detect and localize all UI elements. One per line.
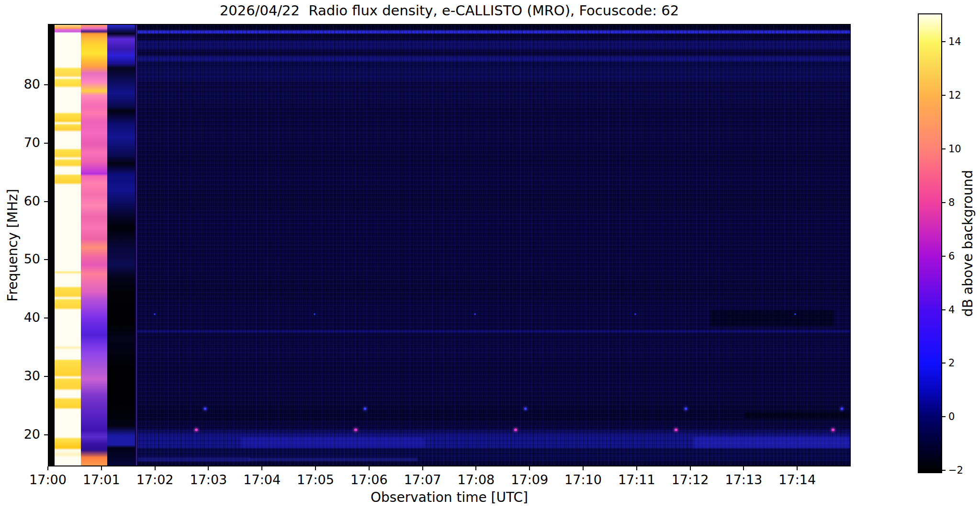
y-tick-label: 50 <box>24 252 40 267</box>
y-axis-ticks: 80706050403020 <box>0 24 48 466</box>
x-tick-label: 17:00 <box>29 472 67 487</box>
x-tick-label: 17:01 <box>83 472 120 487</box>
colorbar-tick-label: 4 <box>948 304 955 316</box>
x-tick-mark <box>583 466 584 470</box>
colorbar-tick-label: 6 <box>948 250 955 262</box>
colorbar-tick-label: 10 <box>948 143 961 155</box>
colorbar-tick-mark <box>942 41 946 42</box>
x-tick-mark <box>369 466 370 470</box>
periodic-speck-faint <box>794 313 796 315</box>
y-tick-mark <box>44 143 48 144</box>
x-tick-mark <box>797 466 798 470</box>
colorbar-tick-label: 2 <box>948 357 955 369</box>
colorbar-tick-mark <box>942 309 946 310</box>
y-tick-label: 20 <box>24 427 40 442</box>
x-tick-mark <box>636 466 637 470</box>
colorbar-tick-label: 0 <box>948 411 955 422</box>
periodic-speck-blue <box>204 408 206 410</box>
x-tick-label: 17:02 <box>136 472 174 487</box>
y-tick-label: 80 <box>24 77 40 91</box>
y-tick-label: 60 <box>24 193 40 208</box>
x-tick-label: 17:12 <box>672 472 709 487</box>
x-tick-mark <box>743 466 744 470</box>
speckle-row-bottom <box>249 458 417 461</box>
colorbar-tick-mark <box>942 202 946 203</box>
colorbar <box>918 13 942 473</box>
x-tick-label: 17:14 <box>778 472 816 487</box>
bright-noise-band-bottom-left <box>138 457 250 462</box>
periodic-speck-magenta <box>832 429 834 431</box>
periodic-speck-blue <box>685 408 687 410</box>
periodic-speck-magenta <box>675 429 677 431</box>
x-tick-mark <box>155 466 156 470</box>
bright-noise-band-bottom-right <box>694 437 850 448</box>
colorbar-tick-mark <box>942 470 946 471</box>
x-tick-mark <box>261 466 262 470</box>
periodic-speck-blue <box>524 408 527 410</box>
chart-title: 2026/04/22 Radio flux density, e-CALLIST… <box>48 2 851 19</box>
x-tick-label: 17:11 <box>618 472 655 487</box>
periodic-speck-magenta <box>195 429 198 431</box>
x-tick-label: 17:09 <box>511 472 548 487</box>
periodic-speck-magenta <box>354 429 357 431</box>
y-tick-label: 70 <box>24 135 40 150</box>
purple-divider-line <box>136 25 137 466</box>
x-tick-label: 17:05 <box>297 472 334 487</box>
periodic-speck-faint <box>474 313 476 315</box>
y-tick-mark <box>44 318 48 318</box>
colorbar-tick-label: −2 <box>948 465 963 476</box>
periodic-speck-faint <box>154 313 156 315</box>
bright-noise-band-bottom-mid <box>241 437 426 448</box>
x-tick-label: 17:06 <box>350 472 388 487</box>
y-tick-label: 30 <box>24 369 40 384</box>
colorbar-tick-mark <box>942 256 946 257</box>
x-tick-mark <box>208 466 209 470</box>
colorbar-tick-label: 14 <box>948 36 961 47</box>
x-tick-mark <box>47 466 48 470</box>
y-tick-mark <box>44 259 48 260</box>
startup-column-white-saturated <box>55 25 81 466</box>
dark-rect-24-26mhz-right <box>710 310 834 326</box>
x-tick-mark <box>690 466 691 470</box>
colorbar-label: dB above background <box>960 170 976 317</box>
periodic-speck-blue <box>841 408 843 410</box>
x-tick-label: 17:03 <box>190 472 227 487</box>
horizontal-noise-texture <box>137 25 850 466</box>
periodic-speck-faint <box>634 313 636 315</box>
x-tick-label: 17:13 <box>725 472 762 487</box>
x-axis-label: Observation time [UTC] <box>48 489 851 505</box>
startup-column-dark-banded <box>107 25 135 466</box>
y-tick-mark <box>44 376 48 377</box>
x-tick-mark <box>475 466 476 470</box>
colorbar-tick-mark <box>942 363 946 363</box>
y-tick-mark <box>44 201 48 202</box>
colorbar-tick-mark <box>942 95 946 96</box>
x-tick-mark <box>101 466 102 470</box>
x-tick-label: 17:07 <box>404 472 441 487</box>
x-tick-label: 17:08 <box>457 472 495 487</box>
dark-rect-23mhz-right <box>745 412 850 419</box>
y-tick-mark <box>44 434 48 435</box>
y-tick-mark <box>44 84 48 85</box>
spectrogram-plot-area <box>48 24 851 466</box>
colorbar-tick-mark <box>942 148 946 149</box>
x-tick-mark <box>422 466 423 470</box>
startup-column-black <box>49 25 55 466</box>
spectrogram-main-field <box>137 25 850 466</box>
y-tick-label: 40 <box>24 310 40 325</box>
colorbar-tick-mark <box>942 416 946 417</box>
x-tick-label: 17:04 <box>243 472 281 487</box>
x-tick-label: 17:10 <box>564 472 602 487</box>
startup-column-orange-pink <box>81 25 107 466</box>
x-tick-mark <box>315 466 316 470</box>
x-tick-mark <box>529 466 530 470</box>
colorbar-tick-label: 12 <box>948 90 961 101</box>
colorbar-tick-label: 8 <box>948 197 955 208</box>
